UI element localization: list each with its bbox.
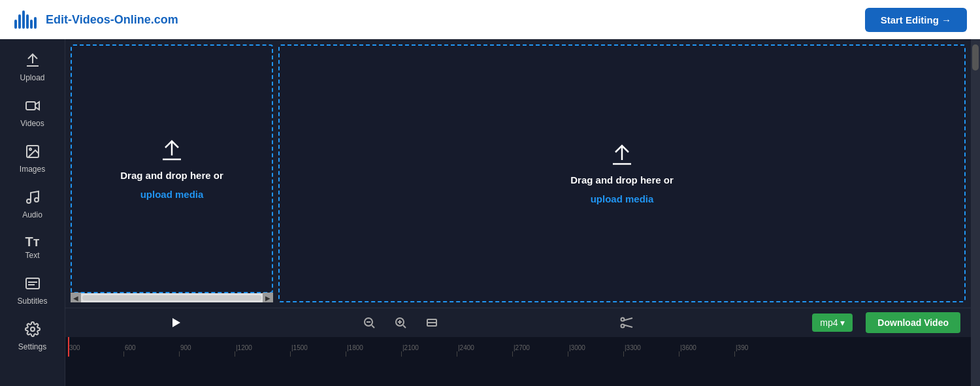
svg-marker-15 [172,318,180,327]
subtitles-icon [25,276,41,294]
upload-icon [25,52,41,71]
svg-point-9 [27,199,31,203]
main-area: Upload Videos Images [0,39,980,386]
svg-point-24 [621,318,625,321]
download-video-button[interactable]: Download Video [866,312,960,333]
ruler-mark-2: 900 [179,337,235,357]
ruler-mark-12: |390 [734,337,774,357]
svg-rect-2 [22,10,25,29]
sidebar-label-audio: Audio [22,210,42,219]
play-button[interactable] [167,314,184,331]
start-editing-button[interactable]: Start Editing → [865,8,967,32]
playhead [68,337,69,357]
sidebar-label-text: Text [25,251,39,260]
drop-zone-left[interactable]: Drag and drop here or upload media [71,44,273,293]
ruler-mark-6: |2100 [401,337,457,357]
scroll-bar-left[interactable]: ◀ ▶ [71,293,273,302]
svg-rect-3 [26,14,29,29]
logo-waveform [13,8,39,31]
svg-line-18 [372,325,374,328]
svg-point-8 [29,148,31,150]
content-area: Drag and drop here or upload media ◀ ▶ D… [65,39,971,386]
svg-rect-5 [34,17,37,29]
format-button[interactable]: mp4 ▾ [812,314,853,332]
ruler-mark-1: 600 [123,337,179,357]
logo: Edit-Videos-Online.com [13,8,178,31]
sidebar-item-upload[interactable]: Upload [0,46,65,89]
preview-panels: Drag and drop here or upload media ◀ ▶ D… [65,39,971,308]
sidebar-label-videos: Videos [20,119,44,128]
upload-link-left[interactable]: upload media [140,189,204,200]
logo-text: Edit-Videos-Online.com [46,13,178,27]
audio-icon [25,189,41,208]
videos-icon [25,98,41,116]
ruler-marks: 300 600 900 |1200 [68,337,774,357]
header: Edit-Videos-Online.com Start Editing → [0,0,980,39]
sidebar-label-upload: Upload [20,73,44,82]
svg-point-14 [31,327,35,331]
settings-icon [25,321,41,340]
timeline-ruler: 300 600 900 |1200 [65,337,971,357]
sidebar-item-subtitles[interactable]: Subtitles [0,269,65,312]
ruler-mark-8: |2700 [512,337,568,357]
logo-icon [13,8,39,31]
sidebar-label-settings: Settings [18,342,46,351]
panel-left-wrapper: Drag and drop here or upload media ◀ ▶ [71,44,273,302]
upload-arrow-right [610,143,634,167]
right-scrollbar[interactable] [971,39,980,386]
scroll-track-left [82,295,261,300]
cut-button[interactable] [617,313,636,332]
ruler-mark-0: 300 [68,337,123,357]
svg-line-22 [403,325,406,328]
ruler-mark-10: |3300 [623,337,679,357]
sidebar-label-subtitles: Subtitles [17,297,47,306]
upload-link-right[interactable]: upload media [591,193,654,204]
drop-text-left: Drag and drop here or [120,170,223,181]
upload-arrow-left [160,138,184,162]
sidebar-item-audio[interactable]: Audio [0,183,65,226]
svg-line-27 [624,325,632,328]
sidebar: Upload Videos Images [0,39,65,386]
sidebar-item-settings[interactable]: Settings [0,315,65,358]
timeline-tracks [65,357,971,386]
svg-rect-0 [14,20,17,29]
scroll-left-button[interactable]: ◀ [71,293,81,302]
text-icon: Tт [25,235,39,248]
ruler-mark-9: |3000 [568,337,623,357]
ruler-mark-5: |1800 [346,337,401,357]
svg-rect-6 [26,102,35,110]
zoom-in-button[interactable] [391,314,410,332]
svg-point-10 [35,198,39,202]
scroll-right-button[interactable]: ▶ [263,293,273,302]
scrollbar-thumb [972,44,979,71]
svg-rect-11 [26,278,39,289]
svg-rect-1 [18,14,21,29]
svg-rect-4 [30,20,33,29]
sidebar-item-images[interactable]: Images [0,137,65,180]
svg-line-26 [624,318,632,321]
ruler-mark-3: |1200 [235,337,290,357]
drop-zone-right[interactable]: Drag and drop here or upload media [278,44,966,302]
images-icon [25,144,41,162]
fit-button[interactable] [423,314,441,332]
drop-text-right: Drag and drop here or [570,174,674,185]
sidebar-item-text[interactable]: Tт Text [0,229,65,266]
svg-point-25 [621,325,625,328]
ruler-mark-4: |1500 [290,337,346,357]
zoom-out-button[interactable] [360,314,378,332]
sidebar-label-images: Images [20,165,45,174]
ruler-mark-7: |2400 [457,337,512,357]
timeline: mp4 ▾ Download Video 300 600 [65,308,971,386]
timeline-controls: mp4 ▾ Download Video [65,308,971,337]
ruler-mark-11: |3600 [679,337,734,357]
sidebar-item-videos[interactable]: Videos [0,91,65,135]
